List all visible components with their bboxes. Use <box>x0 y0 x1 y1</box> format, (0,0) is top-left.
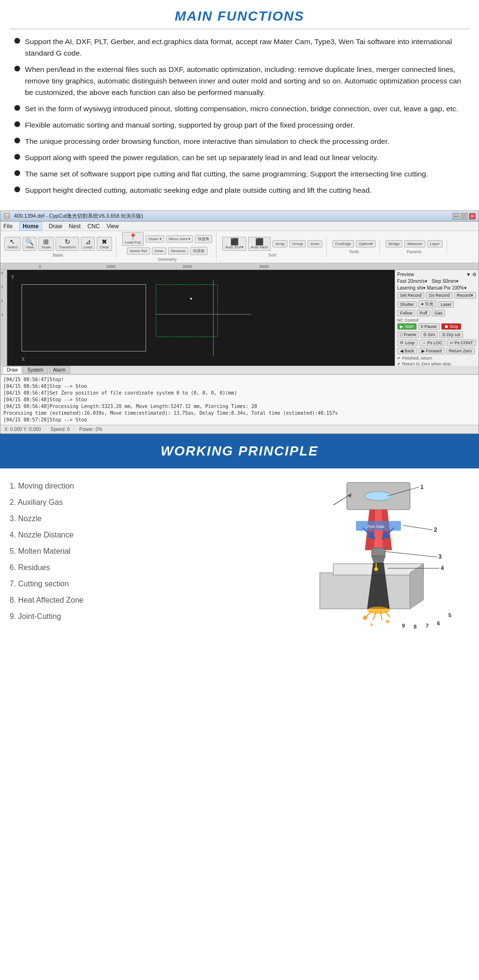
scan-tool[interactable]: Scan <box>308 240 322 247</box>
gas-btn[interactable]: Gas <box>432 310 445 316</box>
section-divider <box>10 29 469 29</box>
auto-sort-tool[interactable]: ⬛ Auto Sort▾ <box>222 237 246 251</box>
go-record-btn[interactable]: Go Record <box>426 292 453 299</box>
record-btn[interactable]: Record▾ <box>454 292 476 299</box>
micro-joint-tool[interactable]: Micro Joint ▾ <box>166 235 194 243</box>
software-log: [04/15 08:56:47]Stop! [04/15 08:56:48]St… <box>0 374 479 425</box>
puff-btn[interactable]: Puff <box>417 310 430 316</box>
diagram-label-4: 4 <box>441 565 444 572</box>
bridge-tool[interactable]: Bridge <box>386 240 402 247</box>
status-speed: Speed: 0 <box>51 427 70 432</box>
loop-btn[interactable]: ⟳ Loop <box>397 339 418 346</box>
x-axis-label: X <box>22 357 25 362</box>
lasering-label: Lasering shi▾ <box>397 285 425 291</box>
lead-tool[interactable]: ⊿ Lead <box>81 237 95 251</box>
feature-text: Support height directed cutting, automat… <box>25 185 465 196</box>
array-tool[interactable]: Array <box>273 240 287 247</box>
panel-laser-row: Lasering shi▾ Manual Pw 100%▾ <box>397 285 477 291</box>
light-btn[interactable]: ● 引光 <box>418 300 436 308</box>
coodege-tool[interactable]: CooEdge <box>332 240 354 247</box>
autonest-label: Auto Nest <box>251 245 268 249</box>
panel-arrow[interactable]: ▼ <box>466 272 471 277</box>
list-item: The unique processing order browsing fun… <box>14 136 465 147</box>
tab-system[interactable]: System <box>23 366 47 373</box>
shutter-btn[interactable]: Shutter <box>397 301 417 308</box>
toolbar-geometry-group: 📍 Lead Pos Outer ▾ Micro Joint ▾ 快捷角 Hom… <box>120 232 217 262</box>
sim-btn[interactable]: D Sim <box>421 331 438 338</box>
select-tool[interactable]: ↖ Select <box>4 237 21 251</box>
return-tool[interactable]: 回原角 <box>190 247 207 255</box>
log-line-2: [04/15 08:56:48]Stop --> Stoo <box>3 383 476 390</box>
status-power: Power: 0% <box>80 427 103 432</box>
start-btn[interactable]: ▶ Start <box>397 323 417 330</box>
main-canvas[interactable]: X Y <box>7 270 395 366</box>
feature-text: Flexible automatic sorting and manual so… <box>25 119 465 131</box>
follow-btn[interactable]: Follow <box>397 310 415 316</box>
panel-settings[interactable]: ⚙ <box>472 272 477 277</box>
reverse-tool[interactable]: Reverse <box>168 247 188 255</box>
list-item: The same set of software support pipe cu… <box>14 168 465 180</box>
svg-point-23 <box>363 616 367 620</box>
optimize-tool[interactable]: Optims▾ <box>356 240 376 247</box>
menu-nest[interactable]: Nest <box>69 223 81 230</box>
toolbar-tools-group: CooEdge Optims▾ Tools <box>331 240 380 254</box>
close-button[interactable]: ✕ <box>469 213 476 220</box>
outer-label: Outer ▾ <box>148 237 161 241</box>
group-tool[interactable]: Group <box>289 240 306 247</box>
software-menubar: File Home Draw Nest CNC View <box>0 222 479 231</box>
list-item: When pen/lead in the external files such… <box>14 64 465 98</box>
tab-draw[interactable]: Draw <box>2 366 22 373</box>
set-record-btn[interactable]: Set Record <box>397 292 424 299</box>
bullet-icon <box>14 170 20 176</box>
dry-cut-btn[interactable]: D Dry cut <box>439 331 463 338</box>
pause-btn[interactable]: II Pause <box>418 323 440 330</box>
frame-btn[interactable]: □ Frame <box>397 331 419 338</box>
transform-tool[interactable]: ↻ Transform <box>56 237 79 251</box>
menu-cnc[interactable]: CNC <box>87 223 100 230</box>
maximize-button[interactable]: □ <box>461 213 468 220</box>
back-btn[interactable]: ◀ Back <box>397 348 417 354</box>
log-line-4: [04/15 08:56:48]Stop --> Stoo <box>3 397 476 403</box>
measure-tool[interactable]: Measure <box>404 240 425 247</box>
view-label: View <box>25 245 34 249</box>
forward-btn[interactable]: ▶ Forward <box>419 348 445 354</box>
menu-draw[interactable]: Draw <box>49 223 62 230</box>
layer-tool[interactable]: Layer <box>427 240 443 247</box>
lead-pos-tool[interactable]: 📍 Lead Pos <box>122 232 144 246</box>
list-item: Set in the form of wysiwyg introduced pi… <box>14 103 465 115</box>
menu-view[interactable]: View <box>106 223 119 230</box>
features-list: Support the AI, DXF, PLT, Gerber, and ec… <box>10 36 469 196</box>
canvas-area: 0 1 2 3 X Y Preview ▼ ⚙ <box>0 270 479 366</box>
diagram-label-7: 7 <box>426 623 429 629</box>
toolbar-basic-row: ↖ Select 🔍 View ⊞ Scale ↻ Transform ⊿ <box>4 237 112 251</box>
outer-tool[interactable]: Outer ▾ <box>146 235 164 243</box>
return-zero-btn[interactable]: Return Zero <box>446 348 475 354</box>
array-label: Array <box>275 242 285 246</box>
svg-line-21 <box>385 552 437 557</box>
view-icon: 🔍 <box>25 238 34 245</box>
ps-cont-btn[interactable]: ↩ Ps CONT <box>447 339 476 346</box>
auto-nest-tool[interactable]: ⬛ Auto Nest <box>248 237 271 251</box>
ps-loc-btn[interactable]: → Ps LOC <box>419 339 445 346</box>
step-label: Step 50mm▾ <box>432 279 458 284</box>
diagram-label-2: 2 <box>434 526 437 533</box>
menu-home[interactable]: Home <box>19 222 42 231</box>
stop-btn[interactable]: ⏹ Stop <box>441 323 461 330</box>
laser-btn[interactable]: Laser <box>438 301 455 308</box>
clear-tool[interactable]: ✖ Clear <box>97 237 112 251</box>
log-line-5: [04/15 08:56:48]Processing Length:3323.2… <box>3 403 476 410</box>
view-tool[interactable]: 🔍 View <box>23 237 36 251</box>
return-zero-stop-label: ✔ Return to Zero when stop <box>397 362 477 366</box>
shortcut-tool[interactable]: 快捷角 <box>195 235 212 243</box>
diagram-label-6: 6 <box>437 620 440 626</box>
home-ref-tool[interactable]: Home Ref <box>127 247 150 255</box>
tab-alarm[interactable]: Alarm <box>49 366 70 373</box>
panel-loop-row: ⟳ Loop → Ps LOC ↩ Ps CONT <box>397 339 477 346</box>
scale-label: Scale <box>41 245 51 249</box>
scale-tool[interactable]: ⊞ Scale <box>38 237 54 251</box>
minimize-button[interactable]: ─ <box>453 213 459 220</box>
menu-file[interactable]: File <box>3 223 12 230</box>
window-controls[interactable]: ─ □ ✕ <box>453 213 476 220</box>
inner-tool[interactable]: Inner <box>152 247 166 255</box>
canvas-shape <box>156 284 218 337</box>
